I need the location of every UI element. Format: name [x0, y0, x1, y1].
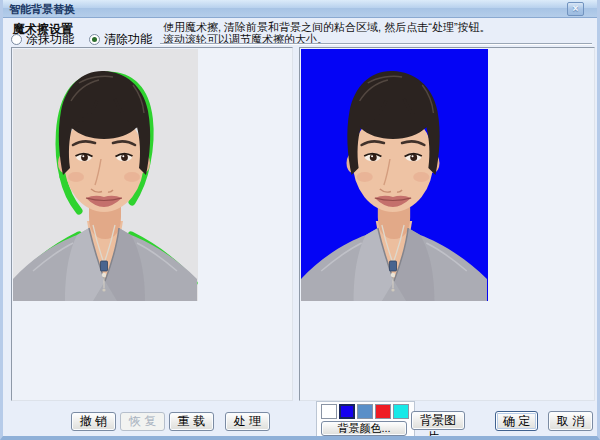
reload-button[interactable]: 重 载 [169, 412, 214, 431]
after-panel [299, 47, 595, 401]
after-photo-preview [301, 49, 488, 301]
process-button[interactable]: 处 理 [225, 412, 270, 431]
undo-button[interactable]: 撤 销 [71, 412, 116, 431]
swatch-white[interactable] [321, 404, 337, 419]
background-color-group: 背景颜色... [316, 401, 415, 437]
before-photo-canvas[interactable] [13, 49, 198, 301]
swatch-row [321, 404, 409, 419]
close-icon[interactable]: × [567, 2, 584, 16]
radio-smear-label: 涂抹功能 [26, 32, 74, 46]
before-panel [11, 47, 293, 401]
background-color-button[interactable]: 背景颜色... [321, 421, 407, 436]
swatch-cyan[interactable] [393, 404, 409, 419]
radio-smear-circle[interactable] [11, 34, 22, 45]
radio-erase-circle[interactable] [89, 34, 100, 45]
radio-erase-label: 清除功能 [104, 32, 152, 46]
radio-smear[interactable]: 涂抹功能 [11, 31, 74, 44]
instruction-line-1: 使用魔术擦, 清除前景和背景之间的粘合区域, 然后点击“处理”按钮。 [163, 21, 593, 33]
instruction-text: 使用魔术擦, 清除前景和背景之间的粘合区域, 然后点击“处理”按钮。 滚动滚轮可… [163, 21, 593, 45]
titlebar[interactable]: 智能背景替换 × [0, 0, 600, 18]
swatch-steel-blue[interactable] [357, 404, 373, 419]
background-image-button[interactable]: 背景图片... [411, 411, 465, 430]
window-title: 智能背景替换 [9, 2, 75, 17]
cancel-button[interactable]: 取 消 [548, 411, 593, 431]
dialog-window: 智能背景替换 × 魔术擦设置 涂抹功能 清除功能 使用魔术擦, 清除前景和背景之… [0, 0, 600, 440]
swatch-blue[interactable] [339, 404, 355, 419]
swatch-red[interactable] [375, 404, 391, 419]
radio-erase[interactable]: 清除功能 [89, 31, 152, 44]
redo-button: 恢 复 [120, 412, 165, 431]
divider [160, 43, 592, 45]
ok-button[interactable]: 确 定 [495, 411, 538, 431]
